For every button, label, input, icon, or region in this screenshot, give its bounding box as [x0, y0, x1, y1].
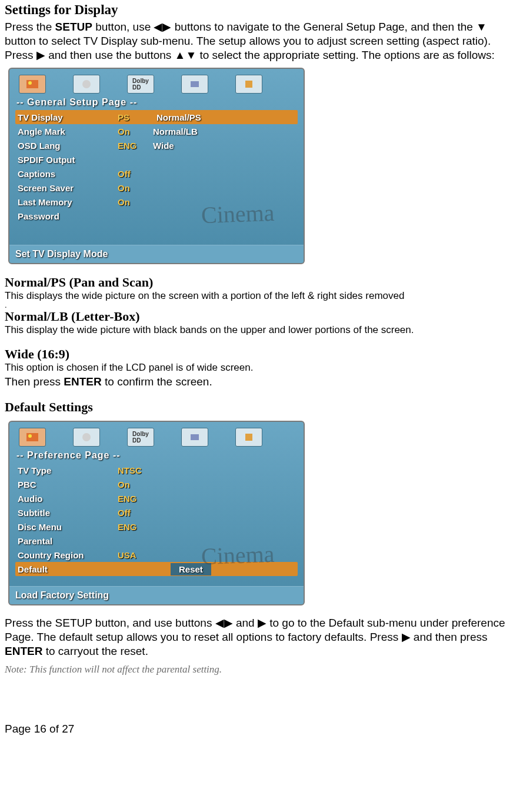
menu-row: CaptionsOff: [15, 167, 298, 181]
menu-option: Normal/PS: [153, 111, 205, 124]
tab-icon: [73, 428, 100, 447]
svg-rect-4: [245, 81, 252, 88]
text: and then use the buttons: [45, 49, 175, 61]
option-desc-lb: This display the wide picture with black…: [5, 324, 508, 336]
page-title: Settings for Display: [5, 2, 508, 18]
menu-item-label: Country Region: [15, 550, 118, 560]
text: to select the appropriate setting. The o…: [196, 49, 495, 61]
menu-item-label: Subtitle: [15, 508, 118, 518]
menu-item-label: Captions: [15, 169, 118, 179]
status-bar: Set TV Display Mode: [9, 245, 304, 263]
text-bold: SETUP: [55, 21, 92, 33]
arrow-right-icon: ▶: [402, 631, 411, 643]
tab-icon: [73, 75, 100, 94]
svg-point-1: [28, 81, 32, 85]
confirm-text: Then press ENTER to confirm the screen.: [5, 375, 508, 389]
menu-item-label: Screen Saver: [15, 183, 118, 193]
text: and: [233, 617, 258, 629]
menu-item-label: Angle Mark: [15, 127, 118, 137]
menu-option: Wide: [153, 141, 174, 151]
tab-icon: DolbyDD: [127, 428, 154, 447]
menu-item-label: Last Memory: [15, 197, 118, 207]
option-title-ps: Normal/PS (Pan and Scan): [5, 275, 508, 290]
menu-row: Angle MarkOnNormal/LB: [15, 124, 298, 138]
text: Press the SETUP button, and use buttons: [5, 617, 215, 629]
menu-item-label: TV Display: [15, 112, 118, 122]
arrow-up-down-icon: ▲▼: [175, 49, 197, 61]
tab-icons: DolbyDD: [9, 69, 304, 96]
menu-item-label: Disc Menu: [15, 522, 118, 532]
menu-body: TV DisplayPSNormal/PSAngle MarkOnNormal/…: [9, 109, 304, 223]
menu-row: Disc MenuENG: [15, 520, 298, 534]
intro-paragraph: Press the SETUP button, use ◀▶ buttons t…: [5, 20, 508, 62]
option-desc-wide: This option is chosen if the LCD panel i…: [5, 362, 508, 374]
tab-icon: [235, 75, 262, 94]
menu-item-label: OSD Lang: [15, 141, 118, 151]
text: buttons to navigate to the General Setup…: [171, 21, 476, 33]
default-paragraph: Press the SETUP button, and use buttons …: [5, 616, 508, 658]
arrow-left-right-icon: ◀▶: [154, 21, 171, 33]
menu-row: Password: [15, 209, 298, 223]
menu-item-value: On: [118, 183, 153, 193]
menu-item-value: On: [118, 197, 153, 207]
arrow-right-icon: ▶: [36, 49, 45, 61]
menu-option: Normal/LB: [153, 127, 198, 137]
menu-item-label: PBC: [15, 480, 118, 490]
default-settings-heading: Default Settings: [5, 400, 508, 415]
text: .: [5, 303, 508, 308]
text: to carryout the reset.: [42, 645, 148, 657]
svg-point-6: [28, 434, 32, 438]
tab-icon: [181, 75, 208, 94]
menu-item-label: SPDIF Output: [15, 155, 118, 165]
tab-icon: [19, 428, 46, 447]
text: button, use: [92, 21, 154, 33]
menu-item-label: Audio: [15, 494, 118, 504]
menu-item-value: ENG: [118, 522, 153, 532]
menu-page-title: -- General Setup Page --: [9, 96, 304, 109]
tab-icon: [235, 428, 262, 447]
menu-item-label: Default: [15, 564, 118, 574]
menu-item-value: ENG: [118, 141, 153, 151]
menu-item-value: USA: [118, 550, 153, 560]
tab-icons: DolbyDD: [9, 422, 304, 449]
arrow-down-icon: ▼: [476, 21, 487, 33]
menu-row: TV TypeNTSC: [15, 463, 298, 477]
menu-row: TV DisplayPSNormal/PS: [15, 110, 298, 124]
page-number: Page 16 of 27: [5, 723, 508, 736]
menu-item-value: PS: [118, 112, 153, 122]
svg-point-2: [82, 80, 91, 88]
menu-row: Country RegionUSA: [15, 548, 298, 562]
tab-icon: [19, 75, 46, 94]
note-text: Note: This function will not affect the …: [5, 664, 508, 675]
menu-body: TV TypeNTSCPBCOnAudioENGSubtitleOffDisc …: [9, 462, 304, 576]
menu-item-label: Password: [15, 211, 118, 221]
tab-icon: DolbyDD: [127, 75, 154, 94]
menu-row: Parental: [15, 534, 298, 548]
text-bold: ENTER: [64, 375, 101, 388]
menu-row: SPDIF Output: [15, 152, 298, 167]
svg-rect-9: [245, 434, 252, 441]
menu-row: PBCOn: [15, 477, 298, 491]
menu-row: DefaultReset: [15, 562, 298, 576]
screenshot-preference-page: DolbyDD -- Preference Page -- TV TypeNTS…: [8, 421, 305, 605]
option-desc-ps: This displays the wide picture on the sc…: [5, 290, 508, 302]
text: Then press: [5, 375, 64, 388]
menu-item-value: On: [118, 480, 153, 490]
svg-rect-3: [191, 81, 199, 87]
menu-row: Screen SaverOn: [15, 181, 298, 195]
svg-point-7: [82, 433, 91, 441]
menu-row: AudioENG: [15, 491, 298, 505]
menu-row: SubtitleOff: [15, 505, 298, 520]
text-bold: ENTER: [5, 645, 42, 657]
arrow-right-icon: ▶: [258, 617, 267, 629]
svg-rect-0: [26, 80, 38, 88]
menu-row: Last MemoryOn: [15, 195, 298, 209]
menu-item-label: Parental: [15, 536, 118, 546]
arrow-left-right-icon: ◀▶: [215, 617, 233, 629]
text: to confirm the screen.: [102, 375, 212, 388]
menu-item-value: ENG: [118, 494, 153, 504]
svg-rect-8: [191, 434, 199, 440]
status-bar: Load Factory Setting: [9, 586, 304, 604]
tab-icon: [181, 428, 208, 447]
svg-rect-5: [26, 433, 38, 441]
